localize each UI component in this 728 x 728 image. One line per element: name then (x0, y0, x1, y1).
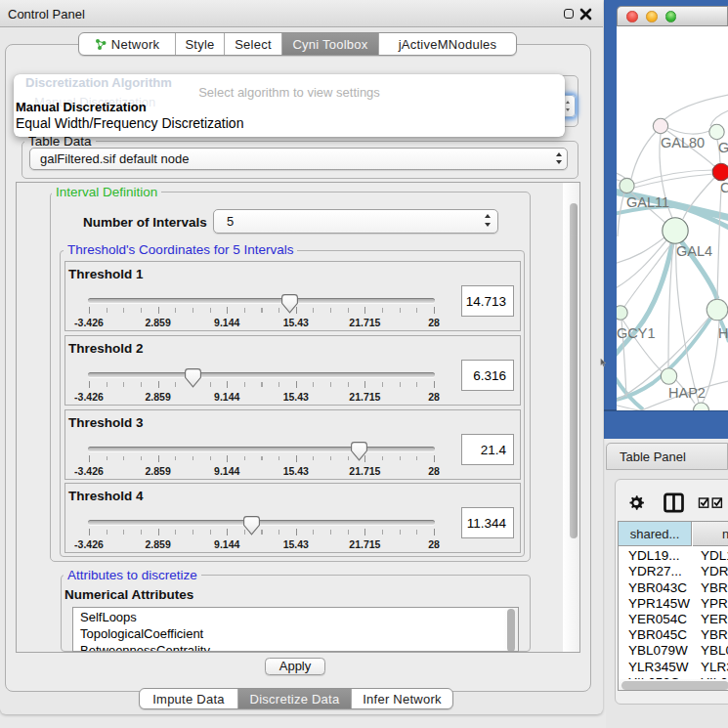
svg-text:HAP2: HAP2 (668, 385, 706, 401)
svg-text:HA: HA (718, 325, 728, 341)
svg-text:GCY1: GCY1 (617, 325, 656, 341)
svg-text:GAL4: GAL4 (676, 243, 712, 259)
svg-text:GAL11: GAL11 (626, 194, 669, 210)
svg-text:GA: GA (718, 140, 728, 155)
svg-text:GAL80: GAL80 (661, 135, 705, 150)
svg-text:CY: CY (720, 180, 728, 195)
